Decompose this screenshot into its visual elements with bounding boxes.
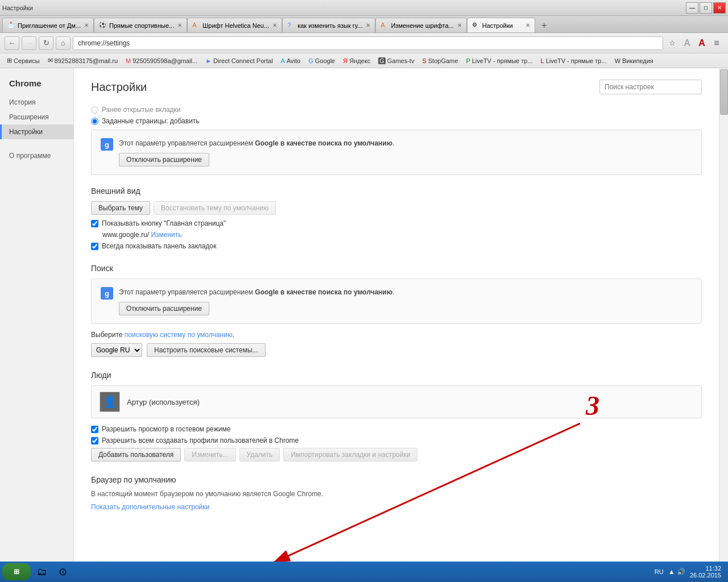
delete-button[interactable]: Удалить bbox=[239, 448, 280, 462]
new-tab-button[interactable]: + bbox=[537, 19, 551, 32]
bookmark-stopgame[interactable]: S StopGame bbox=[419, 56, 461, 65]
sidebar-item-settings[interactable]: Настройки bbox=[0, 124, 73, 139]
search-section: Поиск g Этот параметр управляется расшир… bbox=[91, 264, 702, 357]
title-bar-left: Настройки bbox=[2, 5, 33, 11]
bookmark-icon: ⊞ bbox=[7, 57, 12, 64]
import-button[interactable]: Импортировать закладки и настройки bbox=[283, 448, 417, 462]
tab-4[interactable]: ? как изменить язык гу... ✕ bbox=[282, 18, 375, 32]
taskbar-time: 11:32 26.02.2015 bbox=[690, 565, 721, 579]
allow-profiles-row: Разрешить всем создавать профили пользов… bbox=[91, 436, 702, 444]
tab-title-6: Настройки bbox=[482, 22, 522, 29]
bookmark-games-tv[interactable]: G Games-tv bbox=[375, 56, 417, 65]
reload-button[interactable]: ↻ bbox=[39, 36, 53, 50]
title-bar-controls[interactable]: — □ ✕ bbox=[686, 2, 726, 14]
settings-search-input[interactable] bbox=[599, 80, 702, 94]
show-bookmarks-checkbox[interactable] bbox=[91, 243, 98, 250]
bookmark-direct-connect[interactable]: ► Direct Connect Portal bbox=[202, 56, 276, 65]
bookmark-icon: S bbox=[422, 57, 426, 64]
bookmark-google[interactable]: G Google bbox=[305, 56, 338, 65]
tab-close-5[interactable]: ✕ bbox=[457, 22, 462, 28]
sidebar-item-about[interactable]: О программе bbox=[0, 148, 73, 163]
tab-close-2[interactable]: ✕ bbox=[177, 22, 182, 28]
tab-bar: 📩 Приглашение от Дм... ✕ ⚽ Прямые спорти… bbox=[0, 16, 728, 33]
extension-text-2: Этот параметр управляется расширением Go… bbox=[119, 287, 692, 297]
default-browser-text: В настоящий момент браузером по умолчани… bbox=[91, 490, 702, 498]
taskbar-explorer-icon[interactable]: 🗂 bbox=[33, 563, 51, 580]
time-display: 11:32 bbox=[690, 565, 721, 572]
address-bar[interactable] bbox=[73, 36, 663, 50]
sidebar-item-extensions[interactable]: Расширения bbox=[0, 110, 73, 124]
close-button[interactable]: ✕ bbox=[713, 2, 726, 14]
show-home-checkbox[interactable] bbox=[91, 220, 98, 227]
tab-1[interactable]: 📩 Приглашение от Дм... ✕ bbox=[2, 18, 94, 32]
bookmark-icon: A bbox=[281, 57, 285, 64]
bookmark-services[interactable]: ⊞ Сервисы bbox=[3, 56, 43, 65]
bookmark-wikipedia[interactable]: W Википедия bbox=[611, 56, 657, 65]
back-button[interactable]: ← bbox=[5, 36, 19, 50]
bookmark-playground[interactable]: P LiveTV - прямые тр... bbox=[462, 56, 536, 65]
forward-button[interactable]: → bbox=[22, 36, 36, 50]
startup-radio[interactable] bbox=[91, 118, 98, 125]
partial-radio[interactable] bbox=[91, 106, 98, 114]
guest-mode-label: Разрешить просмотр в гостевом режиме bbox=[102, 425, 230, 433]
configure-search-btn[interactable]: Настроить поисковые системы... bbox=[147, 343, 266, 357]
default-search-link[interactable]: поисковую систему по умолчанию bbox=[125, 331, 233, 339]
avast-icon2[interactable]: A bbox=[695, 36, 709, 50]
bookmark-gmail[interactable]: M 9250590598a@gmail... bbox=[122, 56, 201, 65]
bookmark-mail[interactable]: ✉ 89252883175@mail.ru bbox=[44, 56, 121, 65]
bookmark-icon: Я bbox=[343, 57, 348, 64]
people-section: Люди 👤 Артур (используется) Разрешить пр… bbox=[91, 371, 702, 462]
content-header: Настройки bbox=[91, 80, 702, 94]
disable-extension-btn-1[interactable]: Отключить расширение bbox=[119, 153, 209, 167]
bookmark-icon: G bbox=[308, 57, 313, 64]
default-browser-title: Браузер по умолчанию bbox=[91, 475, 702, 484]
bookmark-label: Games-tv bbox=[387, 57, 415, 64]
guest-mode-checkbox[interactable] bbox=[91, 426, 98, 433]
tab-6[interactable]: ⚙ Настройки ✕ bbox=[467, 18, 535, 32]
home-url: www.google.ru/ bbox=[102, 231, 149, 239]
bookmark-livetv[interactable]: L LiveTV - прямые тр... bbox=[537, 56, 610, 65]
tab-3[interactable]: A Шрифт Helvetica Neu... ✕ bbox=[187, 18, 282, 32]
start-button[interactable]: ⊞ bbox=[2, 563, 31, 580]
tab-5[interactable]: A Изменение шрифта... ✕ bbox=[375, 18, 466, 32]
bookmark-avito[interactable]: A Avito bbox=[278, 56, 304, 65]
tab-close-3[interactable]: ✕ bbox=[272, 22, 277, 28]
people-title: Люди bbox=[91, 371, 702, 380]
add-user-button[interactable]: Добавить пользователя bbox=[91, 448, 181, 462]
taskbar-chrome-icon[interactable]: ⊙ bbox=[53, 563, 72, 580]
show-bookmarks-row: Всегда показывать панель закладок bbox=[91, 242, 702, 250]
bookmark-icon: L bbox=[541, 57, 544, 64]
allow-profiles-checkbox[interactable] bbox=[91, 437, 98, 444]
star-icon[interactable]: ☆ bbox=[665, 36, 679, 50]
title-bar-text: Настройки bbox=[2, 5, 33, 11]
restore-theme-btn[interactable]: Восстановить тему по умолчанию bbox=[154, 201, 276, 215]
nav-bar: ← → ↻ ⌂ ☆ A A ≡ bbox=[0, 33, 728, 53]
tab-close-6[interactable]: ✕ bbox=[526, 22, 530, 28]
search-engine-select[interactable]: Google RU bbox=[91, 343, 142, 357]
appearance-section: Внешний вид Выбрать тему Восстановить те… bbox=[91, 186, 702, 250]
minimize-button[interactable]: — bbox=[686, 2, 698, 14]
bookmarks-bar: ⊞ Сервисы ✉ 89252883175@mail.ru M 925059… bbox=[0, 53, 728, 68]
choose-search-text: Выберите поисковую систему по умолчанию. bbox=[91, 331, 702, 339]
choose-theme-btn[interactable]: Выбрать тему bbox=[91, 201, 150, 215]
bookmark-label: Avito bbox=[287, 57, 300, 64]
maximize-button[interactable]: □ bbox=[700, 2, 712, 14]
tab-close-1[interactable]: ✕ bbox=[84, 22, 89, 28]
sidebar-item-history[interactable]: История bbox=[0, 95, 73, 110]
taskbar: ⊞ 🗂 ⊙ RU ▲ 🔊 11:32 26.02.2015 bbox=[0, 562, 728, 582]
theme-btn-group: Выбрать тему Восстановить тему по умолча… bbox=[91, 201, 702, 215]
bookmark-icon: W bbox=[615, 57, 621, 64]
home-button[interactable]: ⌂ bbox=[56, 36, 71, 50]
allow-profiles-label: Разрешить всем создавать профили пользов… bbox=[102, 436, 299, 444]
change-home-link[interactable]: Изменить bbox=[151, 231, 181, 239]
tab-2[interactable]: ⚽ Прямые спортивные... ✕ bbox=[94, 18, 187, 32]
scrollbar-thumb[interactable] bbox=[720, 69, 728, 115]
tab-close-4[interactable]: ✕ bbox=[366, 22, 370, 28]
menu-icon[interactable]: ≡ bbox=[710, 36, 723, 50]
edit-button[interactable]: Изменить... bbox=[184, 448, 235, 462]
avast-icon[interactable]: A bbox=[680, 36, 694, 50]
disable-extension-btn-2[interactable]: Отключить расширение bbox=[119, 302, 209, 315]
show-advanced-link[interactable]: Показать дополнительные настройки bbox=[91, 503, 209, 511]
bookmark-label: LiveTV - прямые тр... bbox=[546, 57, 607, 64]
bookmark-yandex[interactable]: Я Яндекс bbox=[340, 56, 374, 65]
